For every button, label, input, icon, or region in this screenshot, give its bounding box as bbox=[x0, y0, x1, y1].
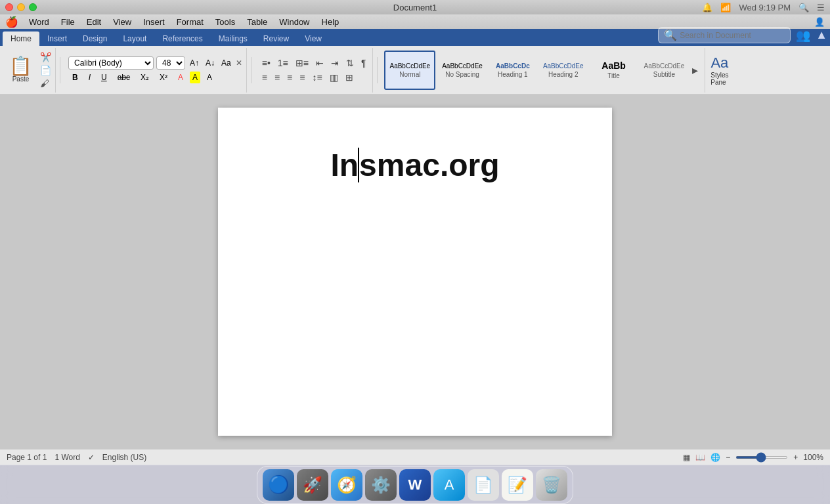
underline-button[interactable]: U bbox=[97, 71, 111, 84]
layout-view-icon[interactable]: ▦ bbox=[683, 453, 690, 462]
cut-button[interactable]: ✂️ bbox=[39, 51, 53, 63]
window-controls[interactable] bbox=[5, 3, 37, 11]
font-size-select[interactable]: 48 bbox=[156, 56, 185, 70]
notification-icon[interactable]: 🔔 bbox=[702, 3, 712, 12]
safari-icon: 🧭 bbox=[337, 476, 357, 494]
tab-mailings[interactable]: Mailings bbox=[211, 32, 255, 46]
font-color-button[interactable]: A bbox=[174, 71, 187, 84]
tab-review[interactable]: Review bbox=[255, 32, 297, 46]
shading-button[interactable]: ▥ bbox=[327, 71, 341, 84]
sort-button[interactable]: ⇅ bbox=[343, 56, 357, 70]
styles-gallery: AaBbCcDdEe Normal AaBbCcDdEe No Spacing … bbox=[382, 48, 702, 93]
menu-edit[interactable]: Edit bbox=[81, 16, 106, 28]
style-normal[interactable]: AaBbCcDdEe Normal bbox=[384, 51, 435, 90]
highlight-button[interactable]: A bbox=[190, 72, 200, 83]
tab-home[interactable]: Home bbox=[3, 32, 39, 46]
font-family-select[interactable]: Calibri (Body) bbox=[68, 56, 154, 70]
style-heading1[interactable]: AaBbCcDc Heading 1 bbox=[489, 51, 536, 90]
read-view-icon[interactable]: 📖 bbox=[695, 453, 705, 462]
maximize-button[interactable] bbox=[29, 3, 37, 11]
menu-table[interactable]: Table bbox=[242, 16, 273, 28]
line-spacing-button[interactable]: ↕≡ bbox=[309, 71, 324, 84]
dock-app-store[interactable]: A bbox=[433, 469, 465, 501]
justify-button[interactable]: ≡ bbox=[297, 71, 307, 84]
close-button[interactable] bbox=[5, 3, 13, 11]
menu-word[interactable]: Word bbox=[24, 16, 55, 28]
dock-notes[interactable]: 📝 bbox=[502, 469, 533, 501]
apple-menu[interactable]: 🍎 bbox=[5, 16, 18, 28]
launchpad-icon: 🚀 bbox=[303, 476, 322, 494]
borders-button[interactable]: ⊞ bbox=[343, 71, 356, 84]
zoom-out-icon[interactable]: − bbox=[726, 453, 730, 462]
styles-pane-label: StylesPane bbox=[710, 72, 728, 86]
show-formatting-button[interactable]: ¶ bbox=[359, 56, 369, 70]
tab-view[interactable]: View bbox=[297, 32, 330, 46]
menu-window[interactable]: Window bbox=[274, 16, 315, 28]
user-icon[interactable]: 👤 bbox=[814, 17, 825, 27]
strikethrough-button[interactable]: abc bbox=[114, 71, 134, 84]
tab-layout[interactable]: Layout bbox=[115, 32, 154, 46]
format-painter-button[interactable]: 🖌 bbox=[39, 77, 53, 89]
document-content[interactable]: Insmac.org bbox=[257, 147, 573, 183]
change-case-button[interactable]: Aa bbox=[219, 58, 233, 68]
spell-check-icon[interactable]: ✓ bbox=[88, 453, 95, 462]
menu-insert[interactable]: Insert bbox=[138, 16, 170, 28]
subscript-button[interactable]: X₂ bbox=[137, 71, 153, 84]
style-subtitle[interactable]: AaBbCcDdEe Subtitle bbox=[639, 51, 690, 90]
search-icon[interactable]: 🔍 bbox=[798, 3, 809, 12]
paste-button[interactable]: 📋 Paste bbox=[5, 56, 36, 84]
italic-button[interactable]: I bbox=[85, 71, 95, 84]
web-view-icon[interactable]: 🌐 bbox=[710, 453, 720, 462]
search-box[interactable]: 🔍 bbox=[658, 27, 791, 43]
copy-button[interactable]: 📄 bbox=[39, 64, 53, 76]
search-input[interactable] bbox=[680, 31, 785, 40]
bullets-button[interactable]: ≡• bbox=[259, 56, 273, 70]
document-page[interactable]: Insmac.org bbox=[218, 108, 612, 436]
paste-label: Paste bbox=[12, 75, 30, 83]
menu-tools[interactable]: Tools bbox=[210, 16, 240, 28]
increase-indent-button[interactable]: ⇥ bbox=[328, 56, 341, 70]
style-h2-preview: AaBbCcDdEe bbox=[543, 62, 584, 70]
numbering-button[interactable]: 1≡ bbox=[275, 56, 291, 70]
dock-safari[interactable]: 🧭 bbox=[331, 469, 362, 501]
align-center-button[interactable]: ≡ bbox=[272, 71, 282, 84]
dock-trash[interactable]: 🗑️ bbox=[536, 469, 567, 501]
text-effects-button[interactable]: A bbox=[203, 71, 216, 84]
bold-button[interactable]: B bbox=[68, 71, 82, 84]
font-size-increase[interactable]: A↑ bbox=[188, 58, 201, 68]
align-right-button[interactable]: ≡ bbox=[284, 71, 295, 84]
collapse-ribbon-icon[interactable]: ▲ bbox=[816, 28, 827, 42]
window-title: Document1 bbox=[393, 3, 437, 12]
decrease-indent-button[interactable]: ⇤ bbox=[313, 56, 326, 70]
menu-file[interactable]: File bbox=[56, 16, 80, 28]
dock-files[interactable]: 📄 bbox=[468, 469, 499, 501]
zoom-slider[interactable] bbox=[735, 456, 788, 459]
style-heading2[interactable]: AaBbCcDdEe Heading 2 bbox=[538, 51, 589, 90]
menu-icon[interactable]: ☰ bbox=[817, 3, 825, 12]
align-left-button[interactable]: ≡ bbox=[259, 71, 270, 84]
dock-word[interactable]: W bbox=[399, 469, 431, 501]
language[interactable]: English (US) bbox=[102, 453, 146, 462]
menu-view[interactable]: View bbox=[108, 16, 137, 28]
title-bar-right: 🔔 📶 Wed 9:19 PM 🔍 ☰ bbox=[702, 3, 825, 12]
dock-finder[interactable]: 🔵 bbox=[263, 469, 294, 501]
multilevel-list-button[interactable]: ⊞≡ bbox=[293, 56, 311, 70]
font-size-decrease[interactable]: A↓ bbox=[204, 58, 217, 68]
share-icon[interactable]: 👥 bbox=[796, 28, 810, 43]
menu-format[interactable]: Format bbox=[171, 16, 209, 28]
style-title[interactable]: AaBb Title bbox=[590, 51, 638, 90]
status-bar-right: ▦ 📖 🌐 − + 100% bbox=[683, 453, 823, 462]
dock-launchpad[interactable]: 🚀 bbox=[297, 469, 328, 501]
menu-help[interactable]: Help bbox=[317, 16, 345, 28]
tab-design[interactable]: Design bbox=[75, 32, 115, 46]
superscript-button[interactable]: X² bbox=[156, 71, 171, 84]
zoom-in-icon[interactable]: + bbox=[793, 453, 798, 462]
style-no-spacing[interactable]: AaBbCcDdEe No Spacing bbox=[437, 51, 488, 90]
tab-insert[interactable]: Insert bbox=[39, 32, 75, 46]
clear-formatting-button[interactable]: ✕ bbox=[236, 58, 242, 68]
styles-more-button[interactable]: ▸ bbox=[691, 62, 699, 79]
minimize-button[interactable] bbox=[17, 3, 25, 11]
dock-system-preferences[interactable]: ⚙️ bbox=[365, 469, 397, 501]
tab-references[interactable]: References bbox=[154, 32, 210, 46]
styles-pane-button[interactable]: Aa StylesPane bbox=[705, 48, 733, 93]
